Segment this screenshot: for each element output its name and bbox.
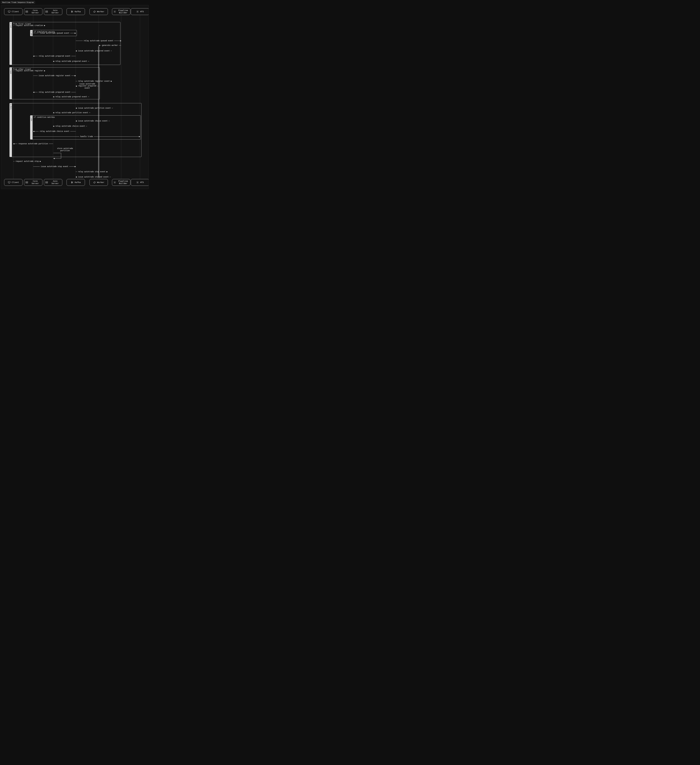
- gear-icon: [136, 10, 139, 13]
- message: issue autotrade choice event: [76, 120, 99, 122]
- message: relay autotrade prepared event: [53, 60, 76, 63]
- message: request autotrade creation: [13, 24, 33, 27]
- branch-icon: [31, 116, 32, 118]
- message-label: issue autotrade register prepared event: [77, 83, 97, 89]
- kafka-icon: [71, 10, 74, 13]
- participant-worker-top: Worker: [90, 8, 108, 15]
- participant-join-top: Join Server: [44, 8, 62, 15]
- frame-tab-addi: addi: [9, 67, 12, 99]
- frame-tab-pri: pri: [9, 22, 12, 65]
- participant-label: Core Server: [29, 9, 41, 14]
- message-label: generate worker: [101, 44, 119, 46]
- participant-label: Join Server: [49, 9, 61, 14]
- message-label: relay autotrade partition event: [54, 112, 89, 114]
- participant-client-top: Client: [4, 8, 22, 15]
- message-label: handle trade: [79, 135, 94, 137]
- svg-rect-19: [26, 181, 28, 182]
- svg-point-28: [71, 183, 72, 183]
- message-label: issue autotrade register event: [38, 74, 71, 77]
- svg-rect-8: [46, 12, 48, 13]
- kafka-icon: [71, 181, 74, 184]
- branch-icon: [31, 31, 32, 32]
- svg-rect-18: [8, 181, 10, 183]
- frame-tab-label: loop: [10, 106, 12, 110]
- message: issue autotrade register event: [33, 74, 76, 77]
- message-label: relay autotrade prepared event: [54, 96, 88, 98]
- message: relay autotrade prepared event: [33, 91, 76, 93]
- message: request autotrade register: [13, 69, 33, 72]
- svg-point-16: [115, 11, 115, 12]
- svg-point-12: [71, 12, 72, 13]
- participant-hts-bottom: HTS: [131, 179, 149, 186]
- svg-point-31: [72, 183, 73, 183]
- message: handle trade: [33, 135, 140, 138]
- svg-point-15: [72, 12, 73, 13]
- message: relay autotrade queued event: [76, 39, 121, 42]
- svg-point-13: [71, 11, 72, 12]
- message-label: response autotrade partition: [17, 143, 49, 145]
- frame-tab-label: addi: [10, 70, 12, 74]
- sequence-diagram: prifrom first clientoptif simulation exi…: [1, 5, 149, 189]
- participant-label: Core Server: [29, 180, 41, 185]
- svg-point-17: [137, 11, 138, 12]
- message: relay autotrade partition event: [53, 112, 76, 114]
- frame-tab-label: pri: [10, 25, 12, 28]
- participant-hts-top: HTS: [131, 8, 149, 15]
- participant-label: Client: [12, 11, 19, 13]
- svg-rect-2: [8, 11, 10, 12]
- message-label: relay autotrade prepared event: [38, 55, 71, 57]
- message-label: issue autotrade stopped event: [77, 176, 110, 178]
- message: issue autotrade queued event: [33, 32, 76, 34]
- message-label: relay autotrade register event: [77, 80, 111, 82]
- participant-worker-bottom: Worker: [90, 179, 108, 186]
- frame-tab-opt1: opt: [30, 30, 33, 36]
- message: relay autotrade register event: [76, 80, 99, 82]
- gear-icon: [113, 181, 116, 184]
- participant-pipeline-bottom: Pipeline Builder: [112, 179, 131, 186]
- frame-pri: prifrom first client: [9, 22, 120, 65]
- message-label: issue autotrade partition event: [77, 107, 112, 109]
- cloud-icon: [93, 10, 96, 13]
- message-label: issue autotrade stop event: [40, 165, 69, 168]
- message: response autotrade partition: [13, 142, 53, 145]
- message-label: relay autotrade choice event: [39, 130, 70, 132]
- participant-kafka-top: Kafka: [66, 8, 85, 15]
- message-label: relay autotrade prepared event: [54, 60, 88, 62]
- server-icon: [25, 10, 28, 13]
- svg-point-1: [11, 69, 11, 69]
- message-label: request autotrade register: [14, 69, 44, 72]
- message-label: issue autotrade choice event: [77, 120, 109, 122]
- participant-kafka-bottom: Kafka: [66, 179, 85, 186]
- server-icon: [25, 181, 28, 184]
- participant-join-bottom: Join Server: [44, 179, 62, 186]
- frame-tab-opt2: opt: [30, 115, 33, 140]
- participant-label: HTS: [140, 181, 144, 184]
- participant-label: Worker: [97, 181, 104, 184]
- participant-label: Client: [12, 181, 19, 184]
- message-label: relay autotrade choice event: [54, 125, 86, 127]
- message: issue autotrade register prepared event: [76, 85, 99, 87]
- monitor-icon: [8, 181, 11, 184]
- participant-label: HTS: [140, 11, 144, 13]
- message: relay autotrade prepared event: [53, 96, 76, 98]
- message-label: issue autotrade queued event: [39, 32, 70, 34]
- participant-label: Worker: [97, 11, 104, 13]
- message: relay autotrade choice event: [33, 130, 76, 132]
- svg-rect-24: [46, 183, 48, 183]
- gear-icon: [10, 23, 11, 24]
- message-label: issue autotrade prepared event: [77, 50, 111, 52]
- participant-label: Pipeline Builder: [117, 9, 129, 14]
- svg-point-27: [71, 181, 72, 182]
- participant-client-bottom: Client: [4, 179, 22, 186]
- svg-point-14: [72, 11, 73, 11]
- message: issue autotrade partition event: [76, 107, 99, 109]
- message-label: relay autotrade stop event: [77, 171, 106, 173]
- frame-tab-label: opt: [31, 33, 32, 36]
- self-message-label: store autotrade partition: [56, 148, 74, 152]
- gear-icon: [113, 10, 116, 13]
- message-label: request autotrade stop: [14, 160, 39, 162]
- server-icon: [45, 181, 48, 184]
- svg-rect-4: [26, 12, 28, 13]
- svg-point-30: [72, 182, 73, 182]
- message-label: relay autotrade queued event: [83, 39, 114, 42]
